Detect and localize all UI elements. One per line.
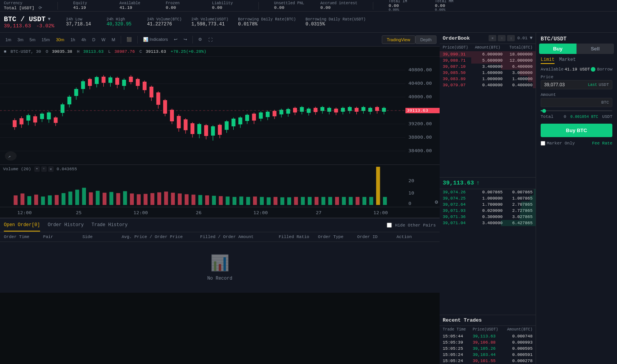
svg-rect-38: [115, 78, 119, 85]
chart-type[interactable]: ⬛: [124, 36, 134, 43]
col-avg-price: Avg. Price / Order Price: [121, 235, 200, 239]
tab-trade-history[interactable]: Trade History: [91, 219, 128, 231]
svg-rect-157: [205, 195, 209, 205]
header-upnl: Unsettled PNL 0.00: [274, 1, 305, 10]
svg-rect-40: [122, 80, 126, 86]
tf-m[interactable]: M: [110, 37, 118, 43]
time-axis-svg: 12:00 25 12:00 26 12:00 27 12:00: [4, 207, 436, 218]
sell-button[interactable]: Sell: [577, 44, 614, 54]
svg-rect-135: [55, 195, 59, 205]
ask-bar: [501, 64, 536, 70]
pair-dropdown[interactable]: ▼: [48, 17, 51, 22]
tf-4h[interactable]: 4h: [79, 37, 88, 43]
slider-track[interactable]: [541, 110, 612, 111]
ticker-stat-vol-usdt: 24h Volume(USDT) 1,598,773.41: [191, 17, 228, 27]
bid-row[interactable]: 39,074.25 1.000000 1.007865: [440, 195, 536, 201]
col-order-type: Order Type: [318, 235, 357, 239]
ask-row[interactable]: 39,088.71 5.600000 12.000000: [440, 57, 536, 64]
rt-row: 15:05:25 39,105.26 0.000595: [440, 346, 536, 352]
svg-rect-16: [40, 114, 44, 119]
col-order-time: Order Time: [4, 235, 43, 239]
order-type-market[interactable]: Market: [559, 57, 576, 64]
chart-view-toggle: TradingView Depth: [382, 35, 437, 44]
tp-available: Available 41.19 USDT Borrow: [536, 65, 617, 73]
ob-icon-both[interactable]: ↕: [507, 35, 515, 41]
tf-5m[interactable]: 5m: [27, 37, 38, 43]
bid-row[interactable]: 39,074.26 0.007865 0.007865: [440, 189, 536, 195]
svg-rect-130: [20, 193, 24, 205]
ob-precision[interactable]: 0.01: [517, 36, 527, 40]
ob-mid-price: 39,113.63 ↑: [440, 177, 536, 189]
svg-rect-163: [246, 197, 250, 205]
col-side: Side: [83, 235, 122, 239]
ob-icon-list[interactable]: ≡: [489, 35, 496, 41]
bid-row[interactable]: 39,071.04 3.400000 6.427865: [440, 220, 536, 226]
price-input[interactable]: [544, 82, 588, 87]
ob-icon-asks[interactable]: ↑: [498, 35, 506, 41]
indicators-btn[interactable]: 📊 Indicators: [141, 36, 170, 43]
rt-col-headers: Trade Time Price(USDT) Amount(BTC): [440, 326, 536, 333]
fee-rate-link[interactable]: Fee Rate: [592, 141, 612, 146]
vol-ctrl-1[interactable]: ▪: [34, 166, 40, 172]
ob-precision-arrow[interactable]: ▼: [530, 35, 533, 41]
ask-row[interactable]: 39,079.07 0.400000 0.400000: [440, 82, 536, 88]
currency-icon[interactable]: ⟳: [39, 6, 42, 10]
redo-btn[interactable]: ↪: [181, 36, 189, 43]
bid-bar: [534, 189, 536, 195]
header-total-mm: Total MM 0.00 0.00%: [435, 0, 466, 12]
vol-ctrl-3[interactable]: ✕: [48, 166, 54, 172]
tf-w[interactable]: W: [99, 37, 108, 43]
svg-text:12:00: 12:00: [17, 211, 32, 215]
tf-d[interactable]: D: [90, 37, 98, 43]
candlestick-chart: 40800.00 40400.00 40000.00 39600.00 3920…: [0, 57, 440, 164]
buy-button[interactable]: Buy: [539, 44, 577, 54]
header-total-im: Total IM 0.00 0.00%: [389, 0, 420, 12]
ticker-symbol: BTC / USDT ▼ 39,113.63 -3.02%: [4, 15, 58, 29]
tradingview-btn[interactable]: TradingView: [382, 35, 415, 44]
vol-ctrl-2[interactable]: ▫: [41, 166, 47, 172]
ask-row[interactable]: 39,085.50 1.600000 3.000000: [440, 70, 536, 76]
svg-text:39113.63: 39113.63: [407, 108, 428, 112]
tab-open-order[interactable]: Open Order[0]: [4, 219, 40, 231]
marker-only-label: Marker Only: [547, 141, 575, 146]
amount-input[interactable]: [544, 100, 601, 105]
tf-1m[interactable]: 1m: [3, 37, 13, 43]
svg-rect-160: [226, 196, 229, 205]
order-type-limit[interactable]: Limit: [541, 57, 555, 64]
hide-other-pairs-checkbox[interactable]: [387, 223, 392, 228]
svg-rect-133: [41, 196, 45, 205]
ask-row[interactable]: 39,090.31 6.000000 18.000000: [440, 51, 536, 57]
bid-row[interactable]: 39,071.36 0.300000 3.027865: [440, 214, 536, 220]
bid-row[interactable]: 39,071.93 0.020000 2.727865: [440, 208, 536, 214]
undo-btn[interactable]: ↩: [172, 36, 180, 43]
svg-rect-131: [27, 196, 31, 205]
svg-rect-166: [267, 197, 271, 205]
ask-row[interactable]: 39,087.10 3.400000 6.400000: [440, 64, 536, 70]
tab-order-history[interactable]: Order History: [48, 219, 84, 231]
svg-rect-104: [341, 108, 345, 112]
orders-tabs: Open Order[0] Order History Trade Histor…: [0, 218, 440, 232]
tf-15m[interactable]: 15m: [39, 37, 52, 43]
fullscreen-btn[interactable]: ⛶: [206, 37, 215, 43]
buy-btc-button[interactable]: Buy BTC: [541, 124, 612, 137]
svg-rect-171: [301, 197, 305, 205]
ob-title: OrderBook: [443, 35, 470, 41]
svg-rect-32: [95, 77, 99, 84]
tf-3m[interactable]: 3m: [15, 37, 25, 43]
settings-btn[interactable]: ⚙: [196, 36, 204, 43]
svg-rect-149: [150, 193, 154, 205]
svg-rect-116: [382, 108, 386, 112]
marker-only-checkbox[interactable]: [541, 141, 545, 146]
amount-input-row: BTC: [541, 98, 612, 107]
borrow-toggle[interactable]: Borrow: [591, 67, 612, 72]
svg-rect-60: [190, 123, 194, 134]
bid-row[interactable]: 39,072.64 1.700000 2.707865: [440, 201, 536, 208]
depth-btn[interactable]: Depth: [415, 35, 437, 44]
svg-text:12:00: 12:00: [253, 211, 268, 215]
chart-settings-icon[interactable]: ⚙: [435, 199, 438, 205]
ob-icons: ≡ ↑ ↕: [489, 35, 515, 41]
svg-rect-46: [143, 82, 147, 90]
tf-1h[interactable]: 1h: [68, 37, 78, 43]
tf-30m[interactable]: 30m: [54, 37, 66, 43]
ask-row[interactable]: 39,083.89 1.000000 1.400000: [440, 76, 536, 82]
